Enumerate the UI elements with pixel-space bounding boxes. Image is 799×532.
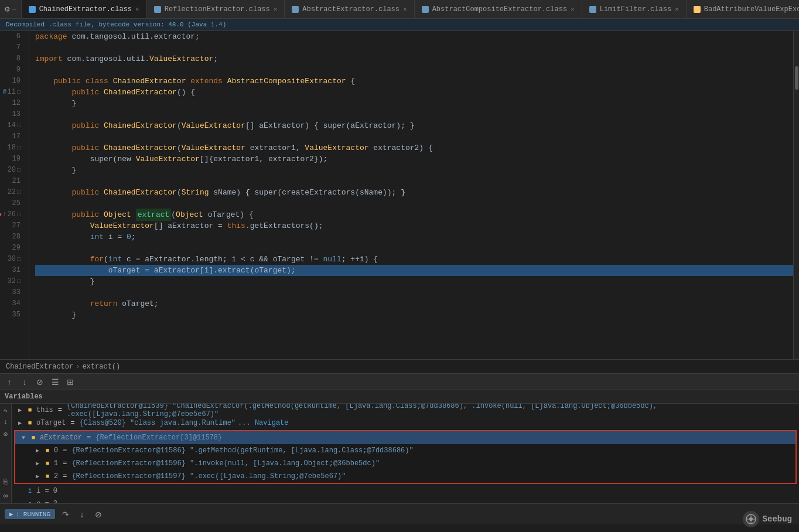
tab-abstract-extractor[interactable]: AbstractExtractor.class ✕: [285, 0, 414, 18]
tab-chained-extractor[interactable]: ChainedExtractor.class ✕: [22, 0, 147, 18]
debug-left-controls: ↷ ↓ ⊘ ⎘ ∞: [0, 404, 12, 503]
code-line-9: [35, 64, 793, 76]
var-item-otarget[interactable]: ▶ ■ oTarget = {Class@520} "class java.la…: [12, 417, 799, 429]
code-line-34: return oTarget;: [35, 298, 793, 309]
variables-list: ▶ ■ this = {ChainedExtractor@11539} "Cha…: [12, 404, 799, 503]
loop-icon[interactable]: ∞: [1, 492, 11, 501]
editor-area: 6 7 8 9 10 @ 11 □ 12 13 14□ 17 18□ 19 20…: [0, 31, 799, 359]
panel-download-btn[interactable]: ↓: [19, 376, 30, 388]
var-expand-this[interactable]: ▶: [16, 407, 23, 414]
var-icon-i: i: [26, 487, 34, 495]
var-icon-1: ■: [43, 459, 52, 468]
tab-icon-6: [694, 6, 701, 13]
bottom-panel: ↑ ↓ ⊘ ☰ ⊞ Variables ↷ ↓ ⊘ ⎘ ∞: [0, 373, 799, 524]
debugger-row: ▶ : RUNNING ↷ ↓ ⊘: [0, 503, 799, 524]
line-num-9: 9: [0, 64, 24, 76]
code-line-11: public ChainedExtractor() {: [35, 87, 793, 98]
line-num-31: 31: [0, 265, 24, 276]
var-item-1[interactable]: ▶ ■ 1 = {ReflectionExtractor@11596} ".in…: [15, 457, 795, 470]
code-line-17: [35, 131, 793, 142]
line-num-26: ● ! 26 □: [0, 209, 24, 220]
seebug-icon: [743, 511, 759, 527]
line-num-8: 8: [0, 53, 24, 64]
filter-vars-btn[interactable]: ⊘: [93, 509, 104, 520]
code-line-22: public ChainedExtractor(String sName) { …: [35, 187, 793, 198]
panel-filter-btn[interactable]: ⊘: [34, 376, 46, 388]
tab-bar: ⚙ — ChainedExtractor.class ✕ ReflectionE…: [0, 0, 799, 19]
line-num-32: 32□: [0, 276, 24, 287]
var-item-this[interactable]: ▶ ■ this = {ChainedExtractor@11539} "Cha…: [12, 404, 799, 417]
panel-grid-btn[interactable]: ⊞: [64, 376, 76, 388]
var-item-c[interactable]: c c = 3: [12, 497, 799, 503]
var-icon-this: ■: [26, 406, 34, 414]
code-line-20: }: [35, 165, 793, 176]
tab-close-icon[interactable]: ✕: [135, 5, 139, 13]
line-num-18: 18□: [0, 142, 24, 154]
tab-close-icon-5[interactable]: ✕: [675, 5, 679, 13]
code-line-27: ValueExtractor[] aExtractor = this.getEx…: [35, 220, 793, 231]
var-icon-aextractor: ■: [29, 434, 37, 442]
code-line-7: [35, 42, 793, 53]
navigate-link[interactable]: ... Navigate: [238, 419, 288, 427]
panel-upload-btn[interactable]: ↑: [4, 376, 15, 388]
step-over-icon[interactable]: ↷: [1, 406, 11, 415]
var-expand-otarget[interactable]: ▶: [16, 420, 23, 427]
line-num-25: 25: [0, 198, 24, 209]
variables-header: Variables: [0, 390, 799, 404]
line-num-22: 22□: [0, 187, 24, 198]
settings-icon-area: ⚙ —: [0, 0, 22, 18]
code-line-26: public Object extract(Object oTarget) {: [35, 209, 793, 220]
scroll-indicator[interactable]: [793, 31, 799, 359]
settings-icon[interactable]: ⚙: [5, 4, 9, 14]
step-into-icon[interactable]: ↓: [1, 418, 11, 427]
var-item-i[interactable]: i i = 0: [12, 485, 799, 497]
code-line-33: [35, 287, 793, 298]
line-num-21: 21: [0, 176, 24, 187]
line-num-27: 27: [0, 220, 24, 231]
var-icon-0: ■: [43, 446, 52, 455]
breadcrumb-bar: ChainedExtractor › extract(): [0, 359, 799, 373]
panel-list-btn[interactable]: ☰: [49, 376, 61, 388]
var-expand-i: [16, 487, 23, 495]
var-expand-2[interactable]: ▶: [34, 473, 41, 480]
code-line-6: package com.tangosol.util.extractor;: [35, 31, 793, 42]
code-line-18: public ChainedExtractor(ValueExtractor e…: [35, 142, 793, 154]
tab-limit-filter[interactable]: LimitFilter.class ✕: [582, 0, 687, 18]
step-over-btn[interactable]: ↓: [76, 509, 88, 520]
tab-icon: [29, 6, 36, 13]
seebug-logo: Seebug: [743, 511, 792, 527]
tab-close-icon-2[interactable]: ✕: [274, 5, 278, 13]
tab-abstract-composite[interactable]: AbstractCompositeExtractor.class ✕: [415, 0, 582, 18]
line-num-7: 7: [0, 42, 24, 53]
line-num-11: @ 11 □: [0, 87, 24, 98]
line-num-35: 35: [0, 309, 24, 320]
line-num-17: 17: [0, 131, 24, 142]
notification-bar: Decompiled .class file, bytecode version…: [0, 19, 799, 31]
line-num-34: 34: [0, 298, 24, 309]
code-line-19: super(new ValueExtractor[]{extractor1, e…: [35, 154, 793, 165]
scroll-thumb[interactable]: [795, 66, 798, 90]
line-num-12: 12: [0, 98, 24, 109]
var-item-2[interactable]: ▶ ■ 2 = {ReflectionExtractor@11597} ".ex…: [15, 470, 795, 483]
var-expand-1[interactable]: ▶: [34, 460, 41, 467]
tab-bad-attr[interactable]: BadAttributeValueExpException.java ✕: [687, 0, 799, 18]
line-num-20: 20□: [0, 165, 24, 176]
tab-close-icon-3[interactable]: ✕: [403, 5, 407, 13]
seebug-label: Seebug: [763, 514, 792, 524]
minimize-icon[interactable]: —: [12, 5, 16, 13]
resume-btn[interactable]: ↷: [60, 509, 71, 520]
var-expand-0[interactable]: ▶: [34, 447, 41, 454]
line-num-33: 33: [0, 287, 24, 298]
line-num-19: 19: [0, 154, 24, 165]
debug-status: ▶ : RUNNING: [5, 509, 55, 519]
copy-icon[interactable]: ⎘: [1, 478, 11, 487]
var-item-aextractor[interactable]: ▼ ■ aExtractor = {ReflectionExtractor[3]…: [15, 431, 795, 444]
tab-reflection-extractor[interactable]: ReflectionExtractor.class ✕: [147, 0, 285, 18]
var-expand-aextractor[interactable]: ▼: [20, 434, 27, 441]
filter-icon[interactable]: ⊘: [1, 429, 11, 439]
line-num-30: 30□: [0, 254, 24, 265]
code-line-25: [35, 198, 793, 209]
tab-close-icon-4[interactable]: ✕: [571, 5, 575, 13]
tab-icon-5: [589, 6, 596, 13]
var-item-0[interactable]: ▶ ■ 0 = {ReflectionExtractor@11586} ".ge…: [15, 444, 795, 457]
